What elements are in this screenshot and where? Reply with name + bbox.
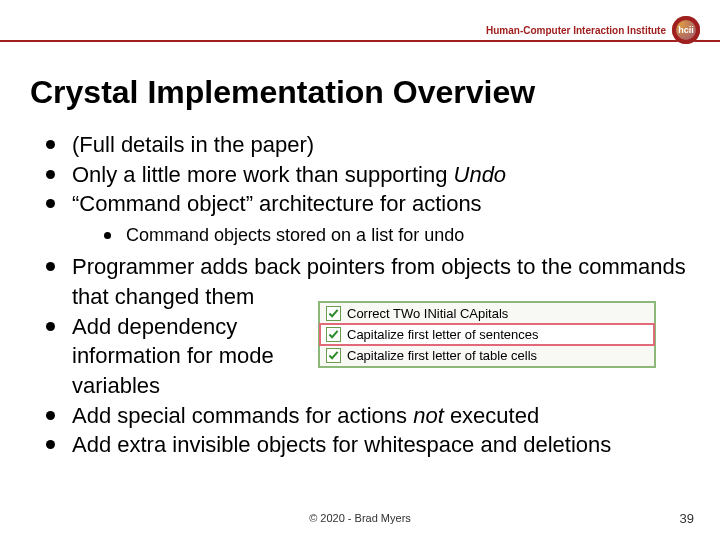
institute-name: Human-Computer Interaction Institute [486,25,666,36]
page-number: 39 [680,511,694,526]
footer-copyright: © 2020 - Brad Myers [0,512,720,524]
bullet-text-em: not [413,403,444,428]
checkbox-label: Capitalize first letter of table cells [347,348,537,363]
bullet-text: executed [444,403,539,428]
bullet-text: (Full details in the paper) [72,132,314,157]
bullet-text: Add dependency information for mode vari… [72,312,332,401]
slide-body: (Full details in the paper) Only a littl… [44,130,690,460]
sub-bullet-list: Command objects stored on a list for und… [72,223,690,248]
list-item: “Command object” architecture for action… [44,189,690,248]
checkbox-row: Correct TWo INitial CApitals [320,303,654,324]
bullet-text: Add special commands for actions [72,403,413,428]
checkbox-label: Correct TWo INitial CApitals [347,306,508,321]
checkbox-row-highlighted: Capitalize first letter of sentences [320,324,654,345]
checkbox-checked-icon [326,327,341,342]
hcii-logo-icon [672,16,700,44]
list-item: (Full details in the paper) [44,130,690,160]
institute-branding: Human-Computer Interaction Institute [486,16,700,44]
checkbox-checked-icon [326,348,341,363]
autocorrect-options-figure: Correct TWo INitial CApitals Capitalize … [318,301,656,368]
bullet-text-em: Undo [454,162,507,187]
checkbox-label: Capitalize first letter of sentences [347,327,538,342]
list-item: Add extra invisible objects for whitespa… [44,430,690,460]
checkbox-checked-icon [326,306,341,321]
checkbox-row: Capitalize first letter of table cells [320,345,654,366]
bullet-text: “Command object” architecture for action… [72,191,482,216]
bullet-list: (Full details in the paper) Only a littl… [44,130,690,460]
list-item: Only a little more work than supporting … [44,160,690,190]
list-item: Add special commands for actions not exe… [44,401,690,431]
slide-title: Crystal Implementation Overview [30,74,535,111]
list-item: Command objects stored on a list for und… [102,223,690,248]
bullet-text: Only a little more work than supporting [72,162,454,187]
bullet-text: Add extra invisible objects for whitespa… [72,432,611,457]
bullet-text: Command objects stored on a list for und… [126,225,464,245]
